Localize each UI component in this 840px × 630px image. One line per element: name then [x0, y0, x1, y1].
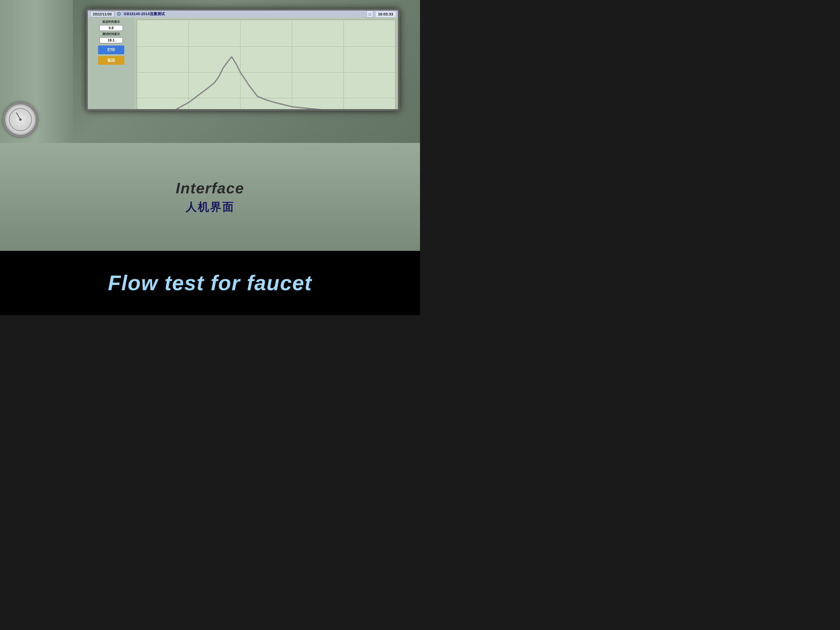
- subtitle-text: Flow test for faucet: [108, 271, 312, 295]
- machine-front-panel: Interface 人机界面: [0, 143, 420, 251]
- flow-chart: [137, 20, 395, 111]
- interface-chinese: 人机界面: [185, 200, 235, 215]
- delay-display-value: 0.8: [99, 25, 123, 31]
- interface-english: Interface: [176, 179, 245, 197]
- header-time: 16:03:33: [376, 11, 395, 17]
- left-control-panel: 延迟时间显示 0.8 测试时间显示 18.1 打印 返回: [88, 17, 134, 111]
- chart-svg: [137, 20, 395, 111]
- gauge-inner: [9, 108, 32, 131]
- hmi-screen: 2022/11/30 ⚙ GB18145-2014流量测试 ⌂ 16:03:33…: [86, 9, 399, 111]
- header-title: GB18145-2014流量测试: [124, 11, 364, 17]
- home-icon[interactable]: ⌂: [366, 11, 373, 17]
- test-time-display-value: 18.1: [99, 37, 123, 43]
- test-time-display-label: 测试时间显示: [90, 32, 132, 36]
- pressure-gauge: [3, 102, 38, 137]
- header-date: 2022/11/30: [90, 11, 114, 17]
- delay-display-label: 延迟时间显示: [90, 20, 132, 24]
- back-button[interactable]: 返回: [98, 56, 124, 65]
- gear-icon: ⚙: [117, 11, 122, 17]
- subtitle-bar: Flow test for faucet: [0, 251, 420, 315]
- gauge-center: [19, 118, 22, 121]
- svg-rect-0: [137, 21, 395, 111]
- screen-header: 2022/11/30 ⚙ GB18145-2014流量测试 ⌂ 16:03:33: [88, 11, 398, 17]
- print-button[interactable]: 打印: [98, 46, 124, 54]
